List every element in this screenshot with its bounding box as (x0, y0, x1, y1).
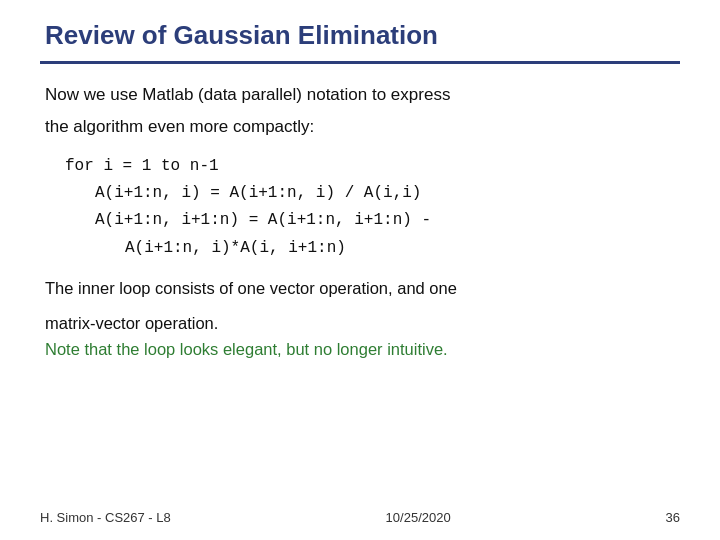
slide-note: Note that the loop looks elegant, but no… (45, 337, 680, 363)
conclusion-line1: The inner loop consists of one vector op… (45, 276, 680, 302)
intro-line2: the algorithm even more compactly: (45, 114, 680, 140)
code-block: for i = 1 to n-1 A(i+1:n, i) = A(i+1:n, … (65, 153, 680, 262)
intro-line1: Now we use Matlab (data parallel) notati… (45, 82, 680, 108)
footer-center: 10/25/2020 (386, 510, 451, 525)
slide-title: Review of Gaussian Elimination (40, 20, 680, 51)
slide-container: Review of Gaussian Elimination Now we us… (0, 0, 720, 540)
code-line4: A(i+1:n, i)*A(i, i+1:n) (125, 235, 680, 262)
code-line1: for i = 1 to n-1 (65, 153, 680, 180)
code-line2: A(i+1:n, i) = A(i+1:n, i) / A(i,i) (95, 180, 680, 207)
slide-footer: H. Simon - CS267 - L8 10/25/2020 36 (40, 500, 680, 525)
code-line3: A(i+1:n, i+1:n) = A(i+1:n, i+1:n) - (95, 207, 680, 234)
footer-right: 36 (666, 510, 680, 525)
footer-left: H. Simon - CS267 - L8 (40, 510, 171, 525)
title-divider (40, 61, 680, 64)
slide-content: Now we use Matlab (data parallel) notati… (40, 82, 680, 500)
conclusion-line2: matrix-vector operation. (45, 311, 680, 337)
